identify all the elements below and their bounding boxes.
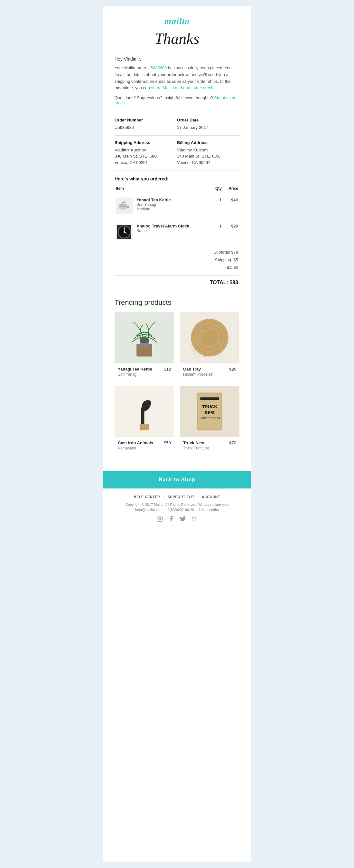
svg-point-14 — [202, 330, 218, 346]
order-number-label: Order Number — [114, 118, 177, 122]
footer-dot-2: • — [197, 495, 199, 499]
table-row: Analog Travel Alarm Clock Braun 1 $29 — [114, 219, 240, 245]
svg-point-5 — [123, 231, 125, 232]
twitter-icon[interactable] — [180, 516, 186, 523]
product-card[interactable]: Yanagi Tea Kettle $12 Sori Yanagi — [114, 312, 174, 380]
item-detail-cell: Yanagi Tea Kettle Sori Yanagi Medium — [135, 193, 211, 219]
item-sub1: Braun — [136, 228, 210, 233]
product-price: $26 — [229, 367, 236, 371]
back-to-shop-button[interactable]: Back to Shop — [103, 471, 251, 489]
footer-social — [114, 516, 240, 523]
subtotal: Subtotal: $78 — [116, 248, 238, 256]
product-image: TRUCK nest UNDER THE THEE — [180, 386, 240, 437]
svg-text:nest: nest — [204, 408, 215, 415]
item-sub2: Medium — [136, 207, 210, 211]
item-img-cell — [114, 193, 135, 219]
shipping-address-label: Shipping Address — [114, 140, 177, 145]
intro-text: Your Mailto order U5635680 has successfu… — [114, 65, 240, 92]
footer-help-center[interactable]: HELP CENTER — [134, 495, 160, 499]
order-number-value: U5635680 — [114, 124, 177, 131]
item-price: $29 — [223, 219, 240, 245]
tax: Tax: $0 — [116, 264, 238, 271]
item-image — [116, 224, 133, 240]
product-name: Truck Nest — [183, 440, 204, 445]
svg-rect-17 — [140, 424, 149, 430]
totals-section: Subtotal: $78 Shipping: $5 Tax: $0 — [114, 245, 240, 274]
product-name: Oak Tray — [183, 367, 201, 371]
svg-point-1 — [122, 202, 126, 203]
footer-unsubscribe[interactable]: Unsubscribe — [199, 508, 219, 512]
product-card[interactable]: TRUCK nest UNDER THE THEE Truck Nest $70… — [180, 386, 240, 454]
order-link[interactable]: U5635680 — [147, 65, 167, 70]
product-brand: Hasami Porcelain — [183, 372, 236, 377]
footer-phone[interactable]: 1(800)232-90-26 — [168, 508, 194, 512]
intro-body-1: Your Mailto order — [114, 65, 147, 70]
total-final: TOTAL: $83 — [114, 276, 240, 290]
svg-point-29 — [192, 517, 196, 520]
col-price: Price — [223, 184, 240, 193]
col-item: Item — [114, 184, 211, 193]
svg-point-18 — [146, 403, 148, 405]
footer-email[interactable]: help@mailto.com — [135, 508, 163, 512]
trending-title: Trending products — [114, 298, 240, 307]
item-name: Analog Travel Alarm Clock — [136, 224, 210, 228]
svg-rect-26 — [157, 516, 163, 522]
table-row: Yanagi Tea Kettle Sori Yanagi Medium 1 $… — [114, 193, 240, 219]
col-qty: Qty — [211, 184, 223, 193]
logo: mailto — [103, 16, 251, 26]
item-price: $49 — [223, 193, 240, 219]
svg-point-27 — [158, 518, 161, 520]
product-brand: Truck Furniture — [183, 446, 236, 451]
order-date-cell: Order Date 17 January 2017 — [177, 113, 240, 136]
item-sub1: Sori Yanagi — [136, 202, 210, 207]
shipping-cost: Shipping: $5 — [116, 256, 238, 264]
items-table: Item Qty Price Yanagi Tea Kettle Sori Ya… — [114, 184, 240, 290]
product-image — [180, 312, 240, 364]
item-img-cell — [114, 219, 135, 245]
shipping-name: Vladimir Kudinov — [114, 147, 177, 153]
product-info: Truck Nest $70 Truck Furniture — [180, 437, 240, 454]
product-image — [114, 312, 174, 364]
product-info: Yanagi Tea Kettle $12 Sori Yanagi — [114, 364, 174, 380]
order-date-value: 17 January 2017 — [177, 124, 240, 131]
questions-label: Questions? Suggestions? Insightful showe… — [114, 95, 214, 100]
item-image — [116, 197, 133, 214]
facebook-icon[interactable] — [168, 516, 174, 523]
order-number-cell: Order Number U5635680 — [114, 113, 177, 136]
product-info: Oak Tray $26 Hasami Porcelain — [180, 364, 240, 380]
product-price: $70 — [229, 440, 236, 445]
footer-links: HELP CENTER • SUPPORT 24/7 • ACCOUNT — [114, 495, 240, 499]
footer-support[interactable]: SUPPORT 24/7 — [168, 495, 194, 499]
product-name: Yanagi Tea Kettle — [118, 367, 152, 371]
product-card[interactable]: Cast Iron Animals $50 Kamasada — [114, 386, 174, 454]
google-plus-icon[interactable] — [191, 516, 198, 523]
product-name-price: Oak Tray $26 — [183, 367, 236, 371]
footer-dot-1: • — [163, 495, 165, 499]
item-qty: 1 — [211, 219, 223, 245]
instagram-icon[interactable] — [156, 516, 163, 523]
order-info-grid: Order Number U5635680 Order Date 17 Janu… — [114, 113, 240, 136]
product-brand: Sori Yanagi — [118, 372, 171, 377]
greeting: Hey Vladimir, — [114, 56, 240, 62]
footer-copyright: Copyright © 2017 Mailto. All Rights Rese… — [114, 503, 240, 506]
svg-point-28 — [161, 517, 162, 518]
order-date-label: Order Date — [177, 118, 240, 122]
share-link[interactable]: share Mailto and earn store credit. — [151, 85, 214, 90]
product-grid: Yanagi Tea Kettle $12 Sori Yanagi Oak Tr… — [114, 312, 240, 454]
product-card[interactable]: Oak Tray $26 Hasami Porcelain — [180, 312, 240, 380]
items-heading: Here's what you ordered: — [114, 176, 240, 181]
page-title: Thanks — [103, 30, 251, 48]
item-detail-cell: Analog Travel Alarm Clock Braun — [135, 219, 211, 245]
footer-contact: help@mailto.com 1(800)232-90-26 Unsubscr… — [114, 508, 240, 512]
address-grid: Shipping Address Vladimir Kudinov 340 Ma… — [114, 136, 240, 171]
product-price: $12 — [164, 367, 171, 371]
product-name: Cast Iron Animals — [118, 440, 153, 445]
product-info: Cast Iron Animals $50 Kamasada — [114, 437, 174, 454]
item-qty: 1 — [211, 193, 223, 219]
billing-address-cell: Billing Address Vladimir Kudinov 340 Mai… — [177, 136, 240, 170]
footer-account[interactable]: ACCOUNT — [202, 495, 220, 499]
questions-text: Questions? Suggestions? Insightful showe… — [114, 95, 240, 105]
product-image — [114, 386, 174, 437]
main-content: Hey Vladimir, Your Mailto order U5635680… — [103, 56, 251, 471]
product-brand: Kamasada — [118, 446, 171, 451]
